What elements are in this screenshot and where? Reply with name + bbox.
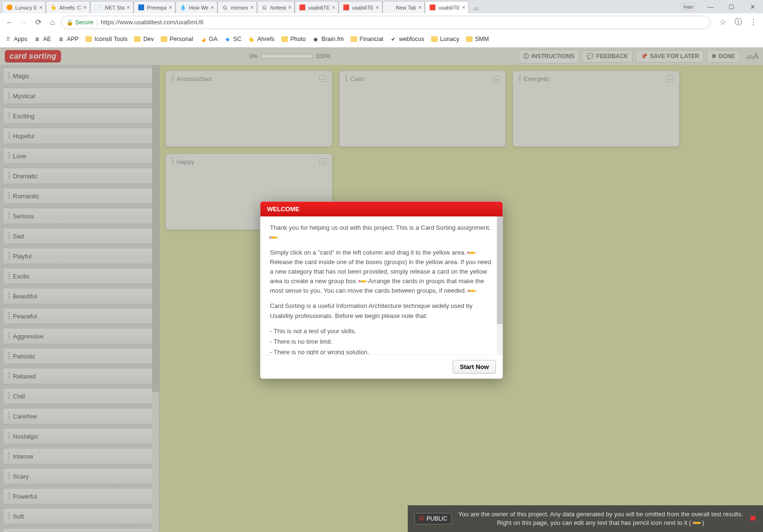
browser-tab[interactable]: 💧How We× xyxy=(175,1,217,13)
bookmark-item[interactable]: SMM xyxy=(466,36,489,42)
bookmark-item[interactable]: 🗎APP xyxy=(58,36,79,42)
tab-close-icon[interactable]: × xyxy=(332,4,336,11)
pencil-icon: ✏️ xyxy=(466,285,478,297)
bookmark-item[interactable]: Personal xyxy=(161,36,193,42)
tab-close-icon[interactable]: × xyxy=(462,4,466,11)
modal-body: Thank you for helping us out with this p… xyxy=(260,216,503,355)
banner-line1: You are the owner of this project. Any d… xyxy=(458,511,743,518)
bookmark-item[interactable]: Dev xyxy=(134,36,154,42)
bookmark-item[interactable]: Financial xyxy=(351,36,383,42)
url-bar[interactable]: 🔒 Secure | https://www.usabilitest.com/u… xyxy=(61,16,711,29)
apps-icon: ⠿ xyxy=(5,36,11,42)
tab-favicon: 📄 xyxy=(94,4,101,11)
lock-icon: 🔒 xyxy=(66,19,73,26)
close-window-button[interactable]: ✕ xyxy=(742,0,763,13)
check-icon: ✔ xyxy=(390,36,397,42)
home-button[interactable]: ⌂ xyxy=(47,17,58,28)
bookmark-item[interactable]: Photo xyxy=(281,36,306,42)
browser-tab[interactable]: Gmemes× xyxy=(217,1,257,13)
browser-tab[interactable]: 🟠Lunacy E× xyxy=(2,1,46,13)
info-icon[interactable]: ⓘ xyxy=(732,17,744,28)
url-text: https://www.usabilitest.com/uxa6mU6 xyxy=(101,19,203,26)
tab-close-icon[interactable]: × xyxy=(418,4,422,11)
tab-favicon: 🟥 xyxy=(299,4,306,11)
app-wrapper: card sorting 0% 100% ⓘINSTRUCTIONS 💬FEED… xyxy=(0,48,763,532)
bookmark-label: Photo xyxy=(290,36,306,42)
browser-tab[interactable]: 👆Ahrefs: C× xyxy=(46,1,90,13)
owner-banner: ⦿ PUBLIC You are the owner of this proje… xyxy=(408,505,763,532)
public-label: PUBLIC xyxy=(427,515,447,522)
browser-tab[interactable]: 🟦Prerequi× xyxy=(134,1,175,13)
forward-button[interactable]: → xyxy=(18,17,30,28)
tab-label: usabiliTE xyxy=(352,5,373,10)
ahrefs-icon: 👆 xyxy=(248,36,255,42)
tab-close-icon[interactable]: × xyxy=(126,4,130,11)
browser-tab[interactable]: 🟥usabiliTE× xyxy=(339,1,382,13)
sc-icon: ◆ xyxy=(224,36,231,42)
modal-p2a: Simply click on a "card" in the left col… xyxy=(270,249,466,256)
browser-tab[interactable]: 🟥usabiliTE× xyxy=(425,1,469,13)
modal-title: WELCOME xyxy=(260,202,503,216)
brain-icon: ◉ xyxy=(312,36,319,42)
bookmark-item[interactable]: ⠿Apps xyxy=(5,36,28,42)
welcome-modal: WELCOME Thank you for helping us out wit… xyxy=(260,201,503,379)
bookmark-label: Icons8 Tools xyxy=(94,36,127,42)
tab-close-icon[interactable]: × xyxy=(39,4,43,11)
bookmark-label: Dev xyxy=(143,36,154,42)
tab-favicon: 🟠 xyxy=(6,4,13,11)
profile-badge[interactable]: Ivan xyxy=(681,3,696,10)
banner-line2a: Right on this page, you can edit any tex… xyxy=(497,519,692,526)
modal-scrollbar-thumb[interactable] xyxy=(497,216,503,324)
browser-tab[interactable]: New Tab× xyxy=(382,1,425,13)
bookmark-item[interactable]: ◢GA xyxy=(200,36,217,42)
folder-icon xyxy=(161,36,167,42)
banner-close-button[interactable]: ✖ xyxy=(750,513,756,523)
tab-favicon: G xyxy=(261,4,268,11)
minimize-button[interactable]: — xyxy=(700,0,721,13)
tab-close-icon[interactable]: × xyxy=(288,4,292,11)
bookmark-item[interactable]: ✔webfocus xyxy=(390,36,424,42)
bookmark-label: Brain.fm xyxy=(321,36,344,42)
bookmark-item[interactable]: 🗎AE xyxy=(34,36,52,42)
bookmark-label: APP xyxy=(67,36,79,42)
modal-b3: - There is no right or wrong solution. xyxy=(270,348,493,354)
pencil-icon: ✏️ xyxy=(465,246,478,259)
bookmark-label: Personal xyxy=(170,36,193,42)
tab-close-icon[interactable]: × xyxy=(375,4,379,11)
browser-tab[interactable]: Ghottest× xyxy=(257,1,295,13)
modal-p3: Card Sorting is a useful Information Arc… xyxy=(270,301,493,320)
tab-label: Ahrefs: C xyxy=(59,5,81,10)
bookmark-label: Ahrefs xyxy=(257,36,274,42)
modal-b2: - There is no time limit. xyxy=(270,337,493,347)
bookmark-item[interactable]: Lunacy xyxy=(431,36,459,42)
star-button[interactable]: ☆ xyxy=(717,17,729,28)
folder-icon xyxy=(431,36,438,42)
tab-label: hottest xyxy=(270,5,286,10)
tab-close-icon[interactable]: × xyxy=(83,4,87,11)
menu-button[interactable]: ⋮ xyxy=(748,17,759,28)
tab-label: Lunacy E xyxy=(15,5,37,10)
maximize-button[interactable]: ☐ xyxy=(721,0,742,13)
bookmark-item[interactable]: ◉Brain.fm xyxy=(312,36,344,42)
tab-favicon: 🟥 xyxy=(343,4,350,11)
bookmark-item[interactable]: ◆SC xyxy=(224,36,241,42)
tab-close-icon[interactable]: × xyxy=(211,4,215,11)
bookmark-item[interactable]: 👆Ahrefs xyxy=(248,36,274,42)
start-now-button[interactable]: Start Now xyxy=(453,360,496,374)
tab-close-icon[interactable]: × xyxy=(250,4,254,11)
browser-tab[interactable]: 📄.NET Sta× xyxy=(90,1,134,13)
folder-icon xyxy=(351,36,357,42)
address-bar: ← → ⟳ ⌂ 🔒 Secure | https://www.usabilite… xyxy=(0,13,763,31)
modal-scrollbar-track[interactable] xyxy=(497,216,503,355)
new-tab-button[interactable]: ▱ xyxy=(471,3,482,13)
folder-icon xyxy=(466,36,473,42)
bookmark-label: SMM xyxy=(475,36,489,42)
browser-tab[interactable]: 🟥usabiliTE× xyxy=(295,1,339,13)
reload-button[interactable]: ⟳ xyxy=(32,17,44,28)
back-button[interactable]: ← xyxy=(4,17,15,28)
bookmark-item[interactable]: Icons8 Tools xyxy=(85,36,127,42)
tab-close-icon[interactable]: × xyxy=(169,4,173,11)
modal-backdrop: WELCOME Thank you for helping us out wit… xyxy=(0,48,763,532)
bookmark-label: GA xyxy=(209,36,217,42)
tab-favicon xyxy=(387,4,393,11)
